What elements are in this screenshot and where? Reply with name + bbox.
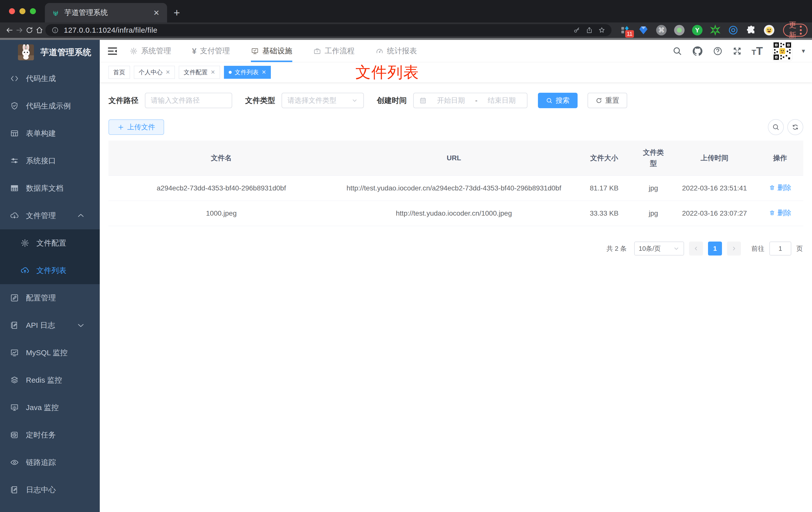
zoom-window-button[interactable] — [30, 8, 36, 14]
refresh-table-button[interactable] — [787, 119, 803, 135]
close-icon[interactable]: ✕ — [166, 69, 170, 76]
active-dot — [229, 71, 232, 74]
tab-close-icon[interactable]: ✕ — [152, 8, 161, 17]
extension-record-icon[interactable] — [674, 25, 685, 36]
sidebar-item-9[interactable]: 配置管理 — [0, 284, 100, 311]
sidebar-item-7[interactable]: 文件配置 — [0, 229, 100, 257]
sidebar-item-3[interactable]: 表单构建 — [0, 120, 100, 147]
file-path-input[interactable] — [145, 93, 232, 108]
browser-tab[interactable]: 芋道管理系统 ✕ — [45, 3, 167, 23]
extension-gem-icon[interactable] — [638, 25, 649, 36]
cell-upload-time: 2022-03-16 23:07:27 — [672, 202, 757, 225]
edit-icon — [10, 293, 19, 302]
logo-rabbit-image — [18, 44, 34, 60]
close-icon[interactable]: ✕ — [210, 69, 215, 76]
sidebar-item-4[interactable]: 系统接口 — [0, 147, 100, 175]
tag-view-2[interactable]: 个人中心✕ — [134, 66, 175, 79]
sidebar-item-10[interactable]: API 日志 — [0, 311, 100, 339]
extension-eye-icon[interactable] — [728, 25, 739, 36]
extension-emoji-icon[interactable] — [764, 25, 775, 36]
filter-form: 文件路径 文件类型 请选择文件类型 创建时间 开始日期 - 结束日期 — [109, 93, 803, 108]
user-avatar-qr[interactable] — [772, 41, 792, 61]
browser-update-button[interactable]: 更新 — [783, 24, 808, 37]
file-table: 文件名URL文件大小文件类型上传时间操作 a294ecb2-73dd-4353-… — [109, 141, 803, 226]
search-button[interactable]: 搜索 — [538, 93, 578, 108]
collapse-sidebar-icon[interactable] — [107, 46, 118, 57]
tag-label: 首页 — [113, 68, 125, 76]
fullscreen-icon[interactable] — [732, 46, 742, 56]
close-window-button[interactable] — [9, 8, 15, 14]
tag-label: 文件列表 — [235, 68, 259, 76]
reload-button[interactable] — [25, 24, 33, 36]
sidebar-item-1[interactable]: 代码生成 — [0, 65, 100, 92]
sidebar-item-5[interactable]: 数据库文档 — [0, 175, 100, 202]
extension-grid-icon[interactable]: 11 — [620, 25, 631, 36]
cell-file-name: 1000.jpeg — [109, 202, 334, 225]
cell-file-url: http://test.yudao.iocoder.cn/1000.jpeg — [334, 202, 574, 225]
sidebar-item-8[interactable]: 文件列表 — [0, 257, 100, 284]
avatar-caret-down-icon[interactable]: ▾ — [802, 47, 805, 55]
reset-button[interactable]: 重置 — [587, 93, 627, 108]
sidebar-item-label: 代码生成示例 — [26, 101, 92, 111]
upload-file-button[interactable]: 上传文件 — [109, 119, 164, 135]
sidebar-item-11[interactable]: MySQL 监控 — [0, 339, 100, 366]
topnav-item-2[interactable]: ¥支付管理 — [192, 40, 230, 62]
close-icon[interactable]: ✕ — [262, 69, 266, 76]
topnav-item-3[interactable]: 基础设施 — [251, 40, 292, 62]
site-info-icon[interactable] — [51, 26, 59, 34]
date-range-picker[interactable]: 开始日期 - 结束日期 — [413, 93, 527, 108]
tag-view-4[interactable]: 文件列表✕ — [224, 66, 271, 79]
chevron-down-icon — [673, 245, 679, 252]
delete-button[interactable]: 删除 — [769, 207, 791, 218]
topnav-item-1[interactable]: 系统管理 — [130, 40, 171, 62]
url-bar[interactable]: 127.0.0.1:1024/infra/file/file — [46, 24, 611, 36]
app-header: 系统管理¥支付管理基础设施工作流程统计报表 TT ▾ — [100, 40, 812, 62]
tag-view-3[interactable]: 文件配置✕ — [179, 66, 220, 79]
sidebar-item-label: 文件列表 — [36, 266, 92, 276]
sidebar: 芋道管理系统 代码生成代码生成示例表单构建系统接口数据库文档文件管理文件配置文件… — [0, 40, 100, 512]
extension-puzzle-icon[interactable] — [746, 25, 757, 36]
help-icon[interactable] — [713, 46, 723, 56]
sidebar-item-13[interactable]: Java 监控 — [0, 394, 100, 421]
topnav-item-4[interactable]: 工作流程 — [313, 40, 355, 62]
browser-menu-icon[interactable] — [800, 26, 802, 35]
next-page-button[interactable] — [727, 242, 741, 255]
header-search-icon[interactable] — [672, 46, 682, 56]
app-logo[interactable]: 芋道管理系统 — [0, 40, 100, 65]
extension-command-icon[interactable]: ⌘ — [656, 25, 667, 36]
sidebar-item-12[interactable]: Redis 监控 — [0, 366, 100, 394]
sidebar-item-2[interactable]: 代码生成示例 — [0, 92, 100, 120]
home-button[interactable] — [35, 24, 44, 36]
table-body: a294ecb2-73dd-4353-bf40-296b8931d0bfhttp… — [109, 176, 803, 226]
table-row-1: a294ecb2-73dd-4353-bf40-296b8931d0bfhttp… — [109, 176, 803, 201]
file-type-placeholder: 请选择文件类型 — [288, 96, 337, 105]
sidebar-item-16[interactable]: 日志中心 — [0, 476, 100, 504]
extension-y-icon[interactable]: Y — [692, 25, 703, 36]
calendar-icon — [419, 97, 427, 104]
font-size-icon[interactable]: TT — [752, 47, 763, 55]
sidebar-item-6[interactable]: 文件管理 — [0, 202, 100, 229]
page-size-select[interactable]: 10条/页 — [634, 242, 684, 255]
forward-button[interactable] — [16, 24, 24, 36]
extension-star-icon[interactable] — [710, 25, 721, 36]
column-header-3: 文件大小 — [574, 146, 635, 170]
refresh-icon — [791, 123, 799, 131]
minimize-window-button[interactable] — [20, 8, 25, 14]
sidebar-item-15[interactable]: 链路追踪 — [0, 449, 100, 476]
page-number-1[interactable]: 1 — [708, 242, 722, 255]
show-search-toggle-button[interactable] — [768, 119, 784, 135]
new-tab-button[interactable]: + — [174, 6, 180, 19]
bookmark-star-icon[interactable] — [598, 26, 606, 34]
prev-page-button[interactable] — [689, 242, 703, 255]
password-key-icon[interactable] — [573, 26, 581, 34]
share-icon[interactable] — [585, 26, 593, 34]
github-icon[interactable] — [692, 46, 703, 57]
back-button[interactable] — [5, 24, 13, 36]
tag-view-bar: 首页个人中心✕文件配置✕文件列表✕ — [100, 62, 812, 82]
topnav-item-5[interactable]: 统计报表 — [376, 40, 417, 62]
goto-page-input[interactable] — [770, 242, 791, 255]
sidebar-item-14[interactable]: 定时任务 — [0, 421, 100, 449]
delete-button[interactable]: 删除 — [769, 182, 791, 193]
file-type-select[interactable]: 请选择文件类型 — [282, 93, 364, 108]
tag-view-1[interactable]: 首页 — [109, 66, 130, 79]
